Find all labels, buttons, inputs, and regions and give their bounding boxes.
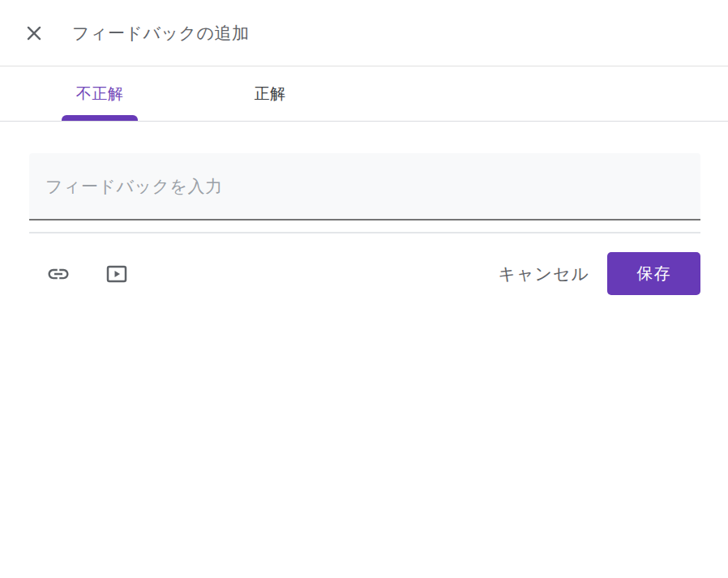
content-divider xyxy=(29,232,700,233)
insert-link-button[interactable] xyxy=(45,261,71,287)
action-row: キャンセル 保存 xyxy=(29,252,700,295)
add-video-button[interactable] xyxy=(104,261,130,287)
save-button[interactable]: 保存 xyxy=(607,252,700,295)
feedback-input[interactable] xyxy=(29,153,700,220)
dialog-title: フィードバックの追加 xyxy=(72,22,249,45)
close-button[interactable] xyxy=(23,22,45,45)
active-tab-indicator xyxy=(62,115,138,121)
tab-incorrect-label: 不正解 xyxy=(76,83,124,105)
tab-correct[interactable]: 正解 xyxy=(185,66,355,121)
feedback-tabbar: 不正解 正解 xyxy=(0,66,728,122)
add-feedback-dialog: フィードバックの追加 不正解 正解 xyxy=(0,0,728,578)
tab-correct-label: 正解 xyxy=(255,83,286,105)
insert-link-icon xyxy=(46,262,71,286)
tab-incorrect[interactable]: 不正解 xyxy=(15,66,185,121)
close-x-icon xyxy=(24,23,45,44)
dialog-header: フィードバックの追加 xyxy=(0,0,728,66)
cancel-button[interactable]: キャンセル xyxy=(495,255,593,293)
video-icon xyxy=(105,262,129,286)
